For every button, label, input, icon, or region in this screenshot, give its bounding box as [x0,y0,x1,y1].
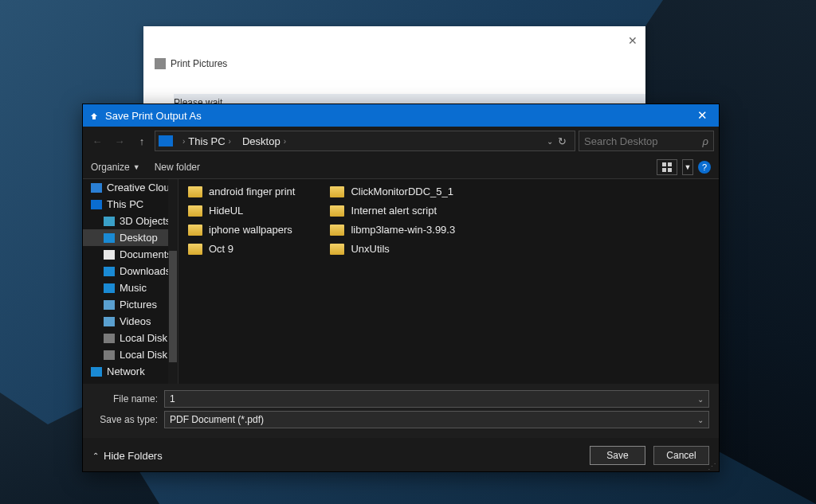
sidebar-scrollbar[interactable] [168,179,178,384]
sidebar-item-creative-cloud[interactable]: Creative Cloud [83,179,178,196]
resize-grip[interactable]: ⋰ [708,464,716,469]
bottom-pane: File name: ⌄ Save as type: PDF Document … [83,384,719,438]
network-icon [91,367,102,377]
sidebar-item-3d-objects[interactable]: 3D Objects [83,213,178,229]
new-folder-button[interactable]: New folder [155,162,200,173]
address-bar[interactable]: › This PC › Desktop › ⌄ ↻ [155,131,575,151]
folder-icon [188,225,202,236]
filetype-value: PDF Document (*.pdf) [170,414,264,425]
sidebar-item-label: Videos [120,315,151,327]
breadcrumb-current[interactable]: Desktop › [237,135,291,147]
folder-label: Oct 9 [209,243,233,255]
filetype-combo[interactable]: PDF Document (*.pdf) ⌄ [164,411,709,428]
sidebar-item-this-pc[interactable]: This PC [83,196,178,213]
svg-rect-2 [662,168,666,172]
print-pictures-window: ✕ Print Pictures Please wait [143,26,645,106]
sidebar-item-label: Local Disk [120,349,167,361]
sidebar-item-videos[interactable]: Videos [83,313,178,330]
search-box[interactable]: ρ [579,131,714,151]
chevron-down-icon: ▼ [133,163,140,171]
scrollbar-thumb[interactable] [169,251,177,362]
titlebar[interactable]: Save Print Output As ✕ [83,104,719,127]
sidebar-item-label: This PC [107,198,143,210]
sidebar-item-documents[interactable]: Documents [83,246,178,263]
nav-row: ← → ↑ › This PC › Desktop › ⌄ ↻ ρ [83,127,719,155]
sidebar-item-desktop[interactable]: Desktop [83,229,178,246]
chevron-up-icon: ⌃ [92,451,99,460]
print-title: Print Pictures [171,58,227,69]
folder-icon [188,244,202,255]
folder-item[interactable]: Internet alert script [328,203,457,218]
folder-label: Internet alert script [351,205,437,217]
obj3d-icon [104,217,115,226]
dropdown-icon[interactable]: ⌄ [547,137,553,146]
button-row: ⌃ Hide Folders Save Cancel [83,438,719,471]
desktop-icon [104,233,115,243]
onedrive-icon [91,183,102,193]
close-icon[interactable]: ✕ [692,108,712,123]
sidebar-item-downloads[interactable]: Downloads [83,263,178,279]
sidebar-item-local-disk[interactable]: Local Disk [83,346,178,363]
cancel-button[interactable]: Cancel [653,446,709,465]
music-icon [104,283,115,293]
folder-icon [330,244,344,255]
sidebar-item-label: Music [120,282,147,294]
breadcrumb-root[interactable]: › This PC › [178,135,236,147]
toolbar: Organize ▼ New folder ▼ ? [83,155,719,179]
search-input[interactable] [584,135,688,147]
view-dropdown[interactable]: ▼ [682,159,693,175]
forward-button[interactable]: → [110,131,129,150]
sidebar: Creative CloudThis PC3D ObjectsDesktopDo… [83,179,178,384]
folder-label: android finger print [209,186,295,197]
sidebar-item-label: 3D Objects [120,215,171,227]
disk-icon [104,334,115,343]
filename-input[interactable] [170,393,692,404]
sidebar-item-pictures[interactable]: Pictures [83,296,178,313]
folder-item[interactable]: HideUL [186,203,296,218]
folder-item[interactable]: Oct 9 [186,241,296,256]
sidebar-item-local-disk[interactable]: Local Disk [83,330,178,346]
sidebar-item-label: Pictures [120,299,157,311]
dialog-title: Save Print Output As [105,110,202,122]
folder-label: iphone wallpapers [209,224,292,236]
search-icon[interactable]: ρ [703,135,708,147]
chevron-down-icon[interactable]: ⌄ [692,416,704,424]
folder-icon [188,205,202,217]
back-button[interactable]: ← [88,131,107,150]
up-button[interactable]: ↑ [132,131,151,150]
pc-icon [91,200,102,209]
folder-item[interactable]: iphone wallpapers [186,222,296,237]
view-button[interactable] [657,159,677,175]
folder-icon [188,186,202,197]
folder-label: ClickMonitorDDC_5_1 [351,186,453,197]
pc-icon [159,135,173,147]
sidebar-item-music[interactable]: Music [83,279,178,296]
sidebar-item-label: Desktop [120,232,158,244]
sidebar-item-label: Network [107,365,145,377]
organize-menu[interactable]: Organize ▼ [91,162,140,173]
filename-label: File name: [92,393,164,404]
svg-rect-1 [668,162,672,166]
pics-icon [104,300,115,310]
folder-item[interactable]: android finger print [186,184,296,199]
sidebar-item-label: Creative Cloud [107,182,175,193]
filename-combo[interactable]: ⌄ [164,390,709,408]
close-icon[interactable]: ✕ [628,34,638,47]
help-icon[interactable]: ? [698,161,711,174]
docs-icon [104,250,115,260]
folder-item[interactable]: libmp3lame-win-3.99.3 [328,222,457,237]
folder-label: HideUL [209,205,243,217]
sidebar-item-network[interactable]: Network [83,363,178,380]
folder-icon [330,186,344,197]
svg-rect-0 [662,162,666,166]
folder-item[interactable]: ClickMonitorDDC_5_1 [328,184,457,199]
save-as-dialog: Save Print Output As ✕ ← → ↑ › This PC ›… [82,104,720,472]
save-button[interactable]: Save [590,446,645,465]
disk-icon [104,350,115,360]
videos-icon [104,317,115,326]
refresh-icon[interactable]: ↻ [558,135,567,147]
hide-folders-toggle[interactable]: ⌃ Hide Folders [92,450,163,462]
folder-item[interactable]: UnxUtils [328,241,457,256]
chevron-down-icon[interactable]: ⌄ [692,395,704,404]
file-pane[interactable]: android finger printHideULiphone wallpap… [178,179,719,384]
